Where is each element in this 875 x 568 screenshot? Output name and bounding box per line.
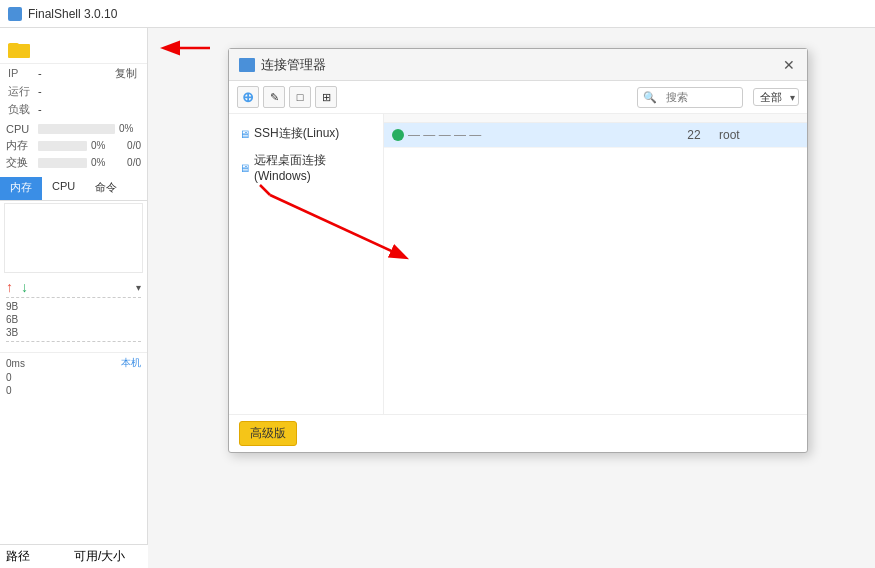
upload-arrow-icon: ↑	[6, 279, 13, 295]
connection-list: — — — — — 22 root	[384, 114, 807, 414]
conn-status-icon	[392, 129, 404, 141]
app-icon	[8, 7, 22, 21]
time-row-2: 0	[6, 371, 141, 384]
dialog-toolbar: ⊕ ✎ □ ⊞ 🔍 全部	[229, 81, 807, 114]
tree-item-rdp[interactable]: 🖥 远程桌面连接(Windows)	[229, 147, 383, 188]
time-row-3: 0	[6, 384, 141, 397]
tab-cpu[interactable]: CPU	[42, 177, 85, 200]
edit-connection-button[interactable]: ✎	[263, 86, 285, 108]
conn-name-1: — — — — —	[392, 128, 531, 142]
cpu-label: CPU	[6, 123, 34, 135]
tree-item-ssh[interactable]: 🖥 SSH连接(Linux)	[229, 120, 383, 147]
time-section: 0ms 本机 0 0	[0, 352, 147, 399]
filter-dropdown[interactable]: 全部	[753, 88, 799, 106]
mem-row: 内存 0% 0/0	[0, 137, 147, 154]
connection-manager-dialog: 连接管理器 ✕ ⊕ ✎ □ ⊞ 🔍 全部	[228, 48, 808, 453]
nav-dropdown[interactable]: ▾	[136, 282, 141, 293]
graph-area	[4, 203, 143, 273]
content-area: 连接管理器 ✕ ⊕ ✎ □ ⊞ 🔍 全部	[148, 28, 875, 568]
net-row-1: 9B	[6, 300, 141, 313]
tab-row: 内存 CPU 命令	[0, 177, 147, 201]
main-area: IP - 复制 运行 - 负载 - CPU 0% 内存	[0, 28, 875, 568]
time-val-1: 0	[6, 372, 12, 383]
mem-bar-container	[38, 141, 87, 151]
sidebar: IP - 复制 运行 - 负载 - CPU 0% 内存	[0, 28, 148, 568]
list-header	[384, 114, 807, 123]
title-bar: FinalShell 3.0.10	[0, 0, 875, 28]
swap-fraction: 0/0	[113, 157, 141, 168]
dialog-title-icon	[239, 58, 255, 72]
folder-icon[interactable]	[8, 40, 30, 58]
swap-label: 交换	[6, 155, 34, 170]
group-button[interactable]: ⊞	[315, 86, 337, 108]
ip-row: IP - 复制	[0, 64, 147, 82]
load-value: -	[38, 103, 42, 115]
conn-user-1: root	[719, 128, 799, 142]
stats-section: CPU 0% 内存 0% 0/0 交换 0%	[0, 118, 147, 173]
swap-row: 交换 0% 0/0	[0, 154, 147, 171]
tree-item-rdp-label: 远程桌面连接(Windows)	[254, 152, 373, 183]
net-section: ↑ ↓ ▾ 9B 6B 3B	[0, 275, 147, 348]
net-arrows: ↑ ↓ ▾	[6, 279, 141, 295]
net-row-2: 6B	[6, 313, 141, 326]
list-row-1[interactable]: — — — — — 22 root	[384, 123, 807, 148]
dialog-title-text: 连接管理器	[261, 56, 781, 74]
copy-button[interactable]: 复制	[113, 66, 139, 81]
mem-fraction: 0/0	[113, 140, 141, 151]
search-input[interactable]	[662, 89, 742, 105]
divider-line-2	[6, 341, 141, 342]
app-title: FinalShell 3.0.10	[28, 7, 117, 21]
dialog-close-button[interactable]: ✕	[781, 57, 797, 73]
run-value: -	[38, 85, 42, 97]
tree-item-ssh-label: SSH连接(Linux)	[254, 125, 339, 142]
sidebar-toolbar	[0, 34, 147, 64]
search-icon: 🔍	[638, 88, 662, 107]
net-val-2: 6B	[6, 314, 42, 325]
swap-percent: 0%	[91, 157, 113, 168]
tab-memory[interactable]: 内存	[0, 177, 42, 200]
conn-label-1: — — — — —	[408, 128, 481, 142]
net-row-3: 3B	[6, 326, 141, 339]
run-row: 运行 -	[0, 82, 147, 100]
ssh-icon: 🖥	[239, 128, 250, 140]
dialog-content: 🖥 SSH连接(Linux) 🖥 远程桌面连接(Windows)	[229, 114, 807, 414]
run-label: 运行	[8, 84, 36, 99]
time-row-1: 0ms 本机	[6, 355, 141, 371]
connection-tree: 🖥 SSH连接(Linux) 🖥 远程桌面连接(Windows)	[229, 114, 384, 414]
ip-label: IP	[8, 67, 36, 79]
cpu-row: CPU 0%	[0, 120, 147, 137]
time-val-2: 0	[6, 385, 12, 396]
search-box: 🔍	[637, 87, 743, 108]
net-val-3: 3B	[6, 327, 42, 338]
swap-bar-container	[38, 158, 87, 168]
add-connection-button[interactable]: ⊕	[237, 86, 259, 108]
folder-button[interactable]: □	[289, 86, 311, 108]
mem-percent: 0%	[91, 140, 113, 151]
advanced-button[interactable]: 高级版	[239, 421, 297, 446]
cpu-bar-container	[38, 124, 115, 134]
file-path-label: 路径	[6, 548, 74, 565]
file-section: 路径 可用/大小	[0, 544, 148, 568]
download-arrow-icon: ↓	[21, 279, 28, 295]
time-label: 0ms	[6, 358, 36, 369]
ip-value: -	[38, 67, 42, 79]
net-val-1: 9B	[6, 301, 42, 312]
tab-command[interactable]: 命令	[85, 177, 127, 200]
divider-line-1	[6, 297, 141, 298]
cpu-percent: 0%	[119, 123, 141, 134]
load-row: 负载 -	[0, 100, 147, 118]
conn-port-1: 22	[669, 128, 719, 142]
load-label: 负载	[8, 102, 36, 117]
dialog-footer: 高级版	[229, 414, 807, 452]
mem-label: 内存	[6, 138, 34, 153]
file-size-label: 可用/大小	[74, 548, 142, 565]
time-local: 本机	[121, 356, 141, 370]
dialog-title-bar: 连接管理器 ✕	[229, 49, 807, 81]
rdp-icon: 🖥	[239, 162, 250, 174]
filter-wrap: 全部	[747, 88, 799, 106]
